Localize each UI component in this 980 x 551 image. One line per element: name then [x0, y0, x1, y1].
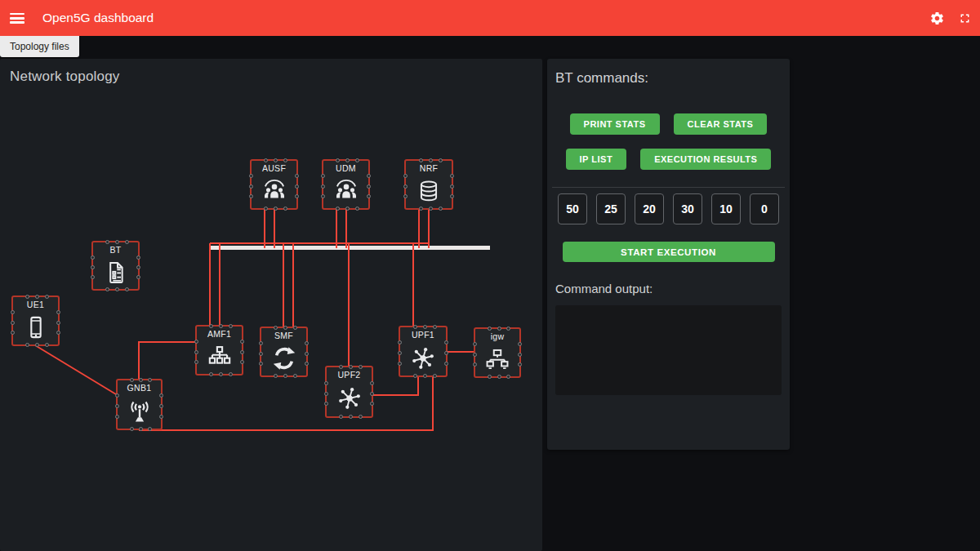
connector-dot[interactable]	[125, 240, 129, 244]
connector-dot[interactable]	[283, 158, 287, 162]
connector-dot[interactable]	[324, 392, 328, 396]
connector-dot[interactable]	[219, 372, 223, 376]
connector-dot[interactable]	[349, 365, 353, 369]
node-upf1[interactable]: UPF1	[399, 326, 448, 377]
connector-dot[interactable]	[56, 331, 60, 335]
connector-dot[interactable]	[56, 321, 60, 325]
connector-dot[interactable]	[506, 327, 510, 331]
connector-dot[interactable]	[259, 362, 263, 366]
connector-dot[interactable]	[339, 365, 343, 369]
connector-dot[interactable]	[148, 378, 152, 382]
connector-dot[interactable]	[355, 207, 359, 211]
connector-dot[interactable]	[433, 325, 437, 329]
connector-dot[interactable]	[370, 381, 374, 385]
connector-dot[interactable]	[398, 362, 402, 366]
connector-dot[interactable]	[35, 295, 39, 299]
connector-dot[interactable]	[359, 365, 363, 369]
connector-dot[interactable]	[444, 351, 448, 355]
node-nrf[interactable]: NRF	[404, 159, 453, 210]
connector-dot[interactable]	[249, 184, 253, 189]
connector-dot[interactable]	[429, 207, 433, 211]
connector-dot[interactable]	[91, 256, 95, 260]
connector-dot[interactable]	[115, 404, 119, 408]
settings-gear-icon[interactable]	[929, 11, 945, 26]
connector-dot[interactable]	[336, 158, 340, 162]
connector-dot[interactable]	[125, 287, 129, 291]
connector-dot[interactable]	[283, 207, 287, 211]
connector-dot[interactable]	[115, 415, 119, 419]
connector-dot[interactable]	[419, 158, 423, 162]
connector-dot[interactable]	[274, 207, 278, 211]
connector-dot[interactable]	[444, 362, 448, 366]
connector-dot[interactable]	[293, 374, 297, 378]
connector-dot[interactable]	[139, 378, 143, 382]
connector-dot[interactable]	[488, 327, 492, 331]
connector-dot[interactable]	[115, 240, 119, 244]
connector-dot[interactable]	[283, 326, 287, 330]
exec-param-input-2[interactable]	[596, 193, 626, 224]
node-gnb1[interactable]: GNB1	[116, 379, 163, 430]
connector-dot[interactable]	[295, 184, 299, 189]
connector-dot[interactable]	[194, 360, 198, 364]
exec-param-input-1[interactable]	[558, 193, 587, 224]
connector-dot[interactable]	[115, 287, 119, 291]
connector-dot[interactable]	[45, 343, 49, 347]
node-ausf[interactable]: AUSF	[250, 159, 298, 210]
ip-list-button[interactable]: IP LIST	[566, 149, 627, 170]
connector-dot[interactable]	[413, 374, 417, 378]
fullscreen-icon[interactable]	[958, 11, 972, 25]
connector-dot[interactable]	[450, 194, 454, 198]
connector-dot[interactable]	[518, 362, 522, 367]
connector-dot[interactable]	[305, 352, 309, 356]
connector-dot[interactable]	[194, 350, 198, 354]
connector-dot[interactable]	[240, 360, 244, 364]
connector-dot[interactable]	[419, 207, 423, 211]
exec-param-input-5[interactable]	[711, 193, 741, 224]
connector-dot[interactable]	[229, 324, 233, 328]
node-amf1[interactable]: AMF1	[195, 325, 243, 375]
connector-dot[interactable]	[219, 324, 223, 328]
connector-dot[interactable]	[367, 194, 371, 198]
connector-dot[interactable]	[355, 158, 359, 162]
tab-topology-files[interactable]: Topology files	[0, 36, 79, 57]
connector-dot[interactable]	[450, 184, 454, 189]
connector-dot[interactable]	[413, 325, 417, 329]
connector-dot[interactable]	[321, 194, 325, 198]
connector-dot[interactable]	[423, 325, 427, 329]
connector-dot[interactable]	[359, 415, 363, 419]
execution-results-button[interactable]: EXECUTION RESULTS	[640, 149, 771, 170]
node-udm[interactable]: UDM	[322, 159, 370, 210]
connector-dot[interactable]	[240, 350, 244, 354]
connector-dot[interactable]	[45, 295, 49, 299]
start-execution-button[interactable]: START EXECUTION	[563, 242, 775, 262]
connector-dot[interactable]	[321, 184, 325, 189]
connector-dot[interactable]	[403, 194, 408, 198]
connector-dot[interactable]	[25, 295, 29, 299]
connector-dot[interactable]	[139, 427, 143, 431]
connector-dot[interactable]	[305, 362, 309, 366]
connector-dot[interactable]	[473, 362, 477, 367]
connector-dot[interactable]	[433, 374, 437, 378]
connector-dot[interactable]	[345, 207, 350, 211]
connector-dot[interactable]	[295, 194, 299, 198]
connector-dot[interactable]	[105, 240, 109, 244]
connector-dot[interactable]	[293, 326, 297, 330]
connector-dot[interactable]	[497, 375, 501, 379]
connector-dot[interactable]	[91, 265, 95, 269]
connector-dot[interactable]	[283, 374, 287, 378]
connector-dot[interactable]	[259, 352, 263, 356]
connector-dot[interactable]	[229, 372, 233, 376]
connector-dot[interactable]	[209, 324, 213, 328]
connector-dot[interactable]	[367, 184, 371, 189]
connector-dot[interactable]	[439, 158, 443, 162]
connector-dot[interactable]	[159, 404, 163, 408]
connector-dot[interactable]	[518, 353, 522, 357]
exec-param-input-3[interactable]	[635, 193, 664, 224]
print-stats-button[interactable]: PRINT STATS	[570, 113, 660, 135]
connector-dot[interactable]	[324, 381, 328, 385]
node-smf[interactable]: SMF	[260, 327, 308, 377]
node-bt[interactable]: BT	[91, 241, 140, 291]
connector-dot[interactable]	[274, 326, 278, 330]
connector-dot[interactable]	[398, 351, 402, 355]
connector-dot[interactable]	[403, 184, 408, 189]
